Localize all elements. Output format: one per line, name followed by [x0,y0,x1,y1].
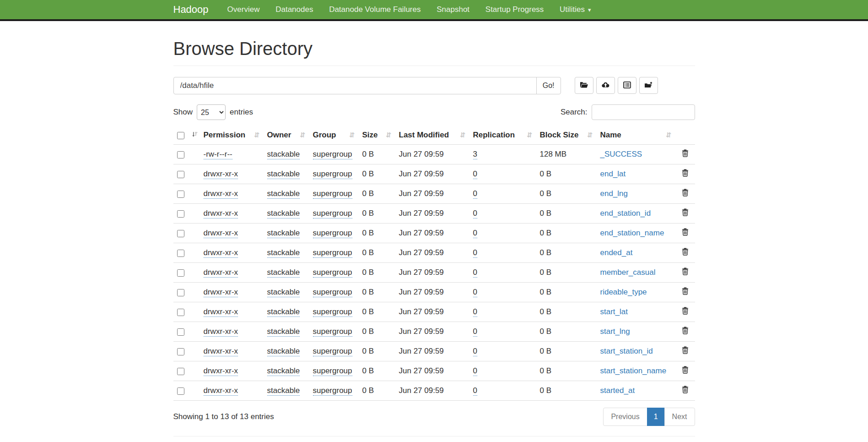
delete-button[interactable] [682,189,689,196]
owner-value[interactable]: stackable [267,366,300,376]
header-size[interactable]: Size ⇵ [359,126,395,145]
search-input[interactable] [592,104,695,120]
group-value[interactable]: supergroup [313,248,352,258]
nav-item-snapshot[interactable]: Snapshot [430,5,476,14]
delete-button[interactable] [682,149,689,157]
file-name-link[interactable]: start_lng [600,327,630,336]
go-button[interactable]: Go! [536,77,561,94]
group-value[interactable]: supergroup [313,327,352,337]
file-name-link[interactable]: started_at [600,386,635,395]
row-checkbox[interactable] [177,171,184,178]
replication-value[interactable]: 0 [473,288,477,297]
permission-value[interactable]: drwxr-xr-x [204,366,238,376]
group-value[interactable]: supergroup [313,209,352,218]
delete-button[interactable] [682,228,689,236]
create-directory-button[interactable] [575,77,593,94]
owner-value[interactable]: stackable [267,268,300,278]
owner-value[interactable]: stackable [267,209,300,218]
page-size-select[interactable]: 25 [197,104,226,120]
delete-button[interactable] [682,208,689,216]
owner-value[interactable]: stackable [267,229,300,238]
group-value[interactable]: supergroup [313,189,352,199]
permission-value[interactable]: drwxr-xr-x [204,386,238,396]
file-name-link[interactable]: start_lat [600,307,628,316]
delete-button[interactable] [682,346,689,354]
cut-paste-button[interactable] [618,77,636,94]
permission-value[interactable]: drwxr-xr-x [204,268,238,278]
owner-value[interactable]: stackable [267,189,300,199]
row-checkbox[interactable] [177,269,184,277]
replication-value[interactable]: 0 [473,386,477,396]
file-name-link[interactable]: end_lat [600,169,626,178]
header-replication[interactable]: Replication ⇵ [469,126,536,145]
replication-value[interactable]: 0 [473,248,477,258]
owner-value[interactable]: stackable [267,288,300,297]
header-group[interactable]: Group ⇵ [309,126,359,145]
permission-value[interactable]: drwxr-xr-x [204,327,238,337]
delete-button[interactable] [682,248,689,256]
replication-value[interactable]: 3 [473,150,477,159]
delete-button[interactable] [682,307,689,315]
group-value[interactable]: supergroup [313,169,352,179]
delete-button[interactable] [682,169,689,177]
permission-value[interactable]: drwxr-xr-x [204,288,238,297]
row-checkbox[interactable] [177,230,184,237]
group-value[interactable]: supergroup [313,386,352,396]
delete-button[interactable] [682,366,689,374]
replication-value[interactable]: 0 [473,169,477,179]
nav-item-datanode-volume-failures[interactable]: Datanode Volume Failures [322,5,427,14]
delete-button[interactable] [682,386,689,393]
owner-value[interactable]: stackable [267,248,300,258]
row-checkbox[interactable] [177,387,184,395]
replication-value[interactable]: 0 [473,347,477,356]
permission-value[interactable]: -rw-r--r-- [204,150,232,159]
permission-value[interactable]: drwxr-xr-x [204,347,238,356]
previous-page-button[interactable]: Previous [603,408,647,426]
nav-item-datanodes[interactable]: Datanodes [269,5,320,14]
delete-button[interactable] [682,267,689,275]
header-last-modified[interactable]: Last Modified ⇵ [395,126,469,145]
nav-item-startup-progress[interactable]: Startup Progress [479,5,551,14]
owner-value[interactable]: stackable [267,386,300,396]
directory-path-input[interactable] [173,77,537,94]
owner-value[interactable]: stackable [267,347,300,356]
replication-value[interactable]: 0 [473,209,477,218]
upload-file-button[interactable] [596,77,615,94]
permission-value[interactable]: drwxr-xr-x [204,248,238,258]
file-name-link[interactable]: end_station_name [600,229,664,237]
permission-value[interactable]: drwxr-xr-x [204,169,238,179]
replication-value[interactable]: 0 [473,268,477,278]
replication-value[interactable]: 0 [473,366,477,376]
brand-hadoop[interactable]: Hadoop [173,4,209,16]
permission-value[interactable]: drwxr-xr-x [204,189,238,199]
replication-value[interactable]: 0 [473,307,477,317]
file-name-link[interactable]: start_station_id [600,347,653,355]
header-permission[interactable]: Permission ⇵ [200,126,264,145]
file-name-link[interactable]: end_lng [600,189,628,198]
replication-value[interactable]: 0 [473,229,477,238]
permission-value[interactable]: drwxr-xr-x [204,307,238,317]
permission-value[interactable]: drwxr-xr-x [204,229,238,238]
next-page-button[interactable]: Next [664,408,695,426]
group-value[interactable]: supergroup [313,288,352,297]
group-value[interactable]: supergroup [313,307,352,317]
replication-value[interactable]: 0 [473,189,477,199]
owner-value[interactable]: stackable [267,327,300,337]
group-value[interactable]: supergroup [313,268,352,278]
row-checkbox[interactable] [177,368,184,375]
row-checkbox[interactable] [177,210,184,218]
row-checkbox[interactable] [177,348,184,355]
file-name-link[interactable]: end_station_id [600,209,651,218]
owner-value[interactable]: stackable [267,169,300,179]
move-to-trash-toggle-button[interactable] [639,77,658,94]
owner-value[interactable]: stackable [267,150,300,159]
group-value[interactable]: supergroup [313,366,352,376]
group-value[interactable]: supergroup [313,229,352,238]
row-checkbox[interactable] [177,191,184,198]
group-value[interactable]: supergroup [313,347,352,356]
header-name[interactable]: Name ⇵ [597,126,675,145]
file-name-link[interactable]: start_station_name [600,366,667,375]
nav-item-utilities-dropdown[interactable]: Utilities ▾ [553,5,598,14]
row-checkbox[interactable] [177,151,184,158]
row-checkbox[interactable] [177,250,184,257]
